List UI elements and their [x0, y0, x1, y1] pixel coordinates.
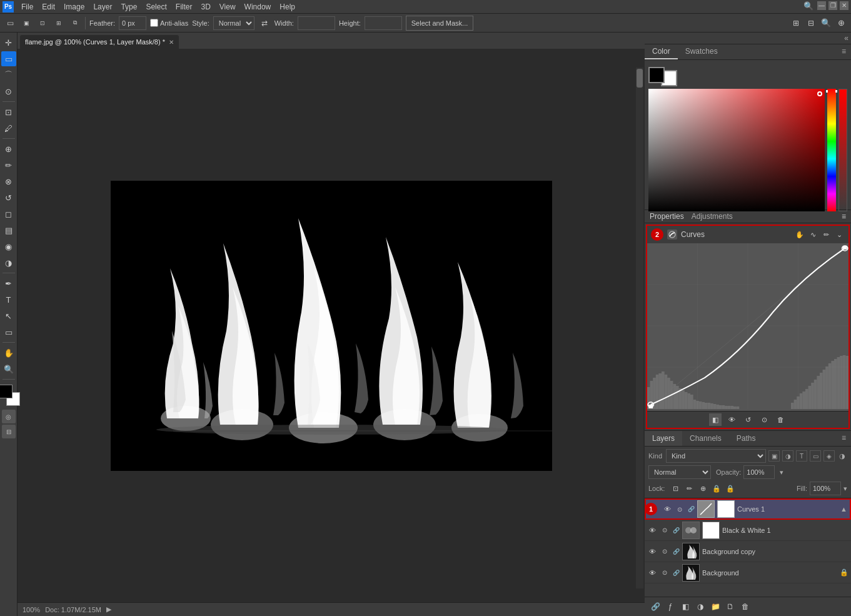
healing-brush-tool[interactable]: ⊕	[1, 141, 16, 156]
color-panel-collapse[interactable]: ≡	[837, 44, 851, 59]
width-height-swap-icon[interactable]: ⇄	[258, 17, 271, 29]
search-panel-icon[interactable]: 🔍	[820, 17, 832, 29]
lock-image-btn[interactable]: ✏	[683, 483, 695, 494]
kind-select[interactable]: Kind	[666, 449, 766, 463]
curves-bezier-tool[interactable]: ⌄	[833, 229, 845, 240]
curves-graph[interactable]: ◧ 👁 ↺ ⊙ 🗑	[647, 243, 848, 428]
window-restore-icon[interactable]: ❐	[828, 1, 837, 10]
panel-layout-icon[interactable]: ⊞	[790, 17, 802, 29]
layer-expand-curves1[interactable]: ▲	[840, 505, 847, 513]
layers-panel-menu[interactable]: ≡	[837, 431, 851, 446]
menu-type[interactable]: Type	[117, 1, 141, 13]
marquee-options-4[interactable]: ⧉	[69, 17, 81, 29]
lock-transparent-btn[interactable]: ⊡	[670, 483, 681, 494]
menu-filter[interactable]: Filter	[172, 1, 196, 13]
filter-adjustment-icon[interactable]: ◑	[782, 450, 793, 462]
lock-all-btn[interactable]: 🔒	[725, 483, 736, 494]
marquee-options-1[interactable]: ▣	[20, 17, 33, 29]
pen-tool[interactable]: ✒	[1, 276, 16, 291]
select-and-mask-button[interactable]: Select and Mask...	[406, 16, 474, 31]
color-gradient-picker[interactable]	[648, 89, 825, 211]
curves-pencil-tool[interactable]: ✏	[820, 229, 832, 240]
menu-view[interactable]: View	[216, 1, 239, 13]
layer-chain-bgcopy[interactable]: 🔗	[672, 548, 680, 555]
width-input[interactable]	[298, 16, 335, 30]
workspaces-icon[interactable]: ⊟	[805, 17, 817, 29]
document-tab[interactable]: flame.jpg @ 100% (Curves 1, Layer Mask/8…	[20, 35, 179, 49]
height-input[interactable]	[365, 16, 402, 30]
foreground-color-swatch[interactable]	[648, 67, 665, 83]
tab-swatches[interactable]: Swatches	[678, 44, 725, 59]
layer-chain-curves1[interactable]: 🔗	[687, 505, 695, 513]
curves-toggle-btn[interactable]: ⊙	[758, 413, 770, 426]
curves-clip-shadows-btn[interactable]: ◧	[709, 413, 722, 426]
curves-toggle-visibility-btn[interactable]: 👁	[725, 413, 738, 426]
curves-hand-tool[interactable]: ✋	[794, 229, 805, 240]
blend-mode-select[interactable]: Normal	[648, 465, 711, 479]
curves-delete-btn[interactable]: 🗑	[774, 413, 787, 426]
dodge-tool[interactable]: ◑	[1, 255, 16, 270]
blur-tool[interactable]: ◉	[1, 239, 16, 254]
crop-tool[interactable]: ⊡	[1, 104, 16, 119]
eraser-tool[interactable]: ◻	[1, 206, 16, 221]
feather-input[interactable]	[119, 16, 146, 30]
filter-toggle[interactable]: ◑	[837, 451, 847, 461]
opacity-value[interactable]: 100%	[743, 465, 775, 479]
tab-layers[interactable]: Layers	[645, 431, 682, 446]
layer-visibility-bgcopy[interactable]: 👁	[647, 547, 657, 557]
marquee-tool[interactable]: ▭	[1, 51, 16, 66]
layer-chain-bw1[interactable]: 🔗	[672, 527, 680, 534]
tab-close-button[interactable]: ✕	[169, 39, 174, 46]
tab-paths[interactable]: Paths	[729, 431, 763, 446]
menu-image[interactable]: Image	[60, 1, 88, 13]
arrow-icon[interactable]: ▶	[106, 605, 111, 613]
layer-item-bg-copy[interactable]: 👁 ⊙ 🔗 Background copy	[645, 541, 851, 562]
fill-value[interactable]: 100%	[810, 482, 841, 495]
delete-layer-btn[interactable]: 🗑	[738, 600, 752, 613]
marquee-options-3[interactable]: ⊞	[53, 17, 65, 29]
layer-item-bw1[interactable]: 👁 ⊙ 🔗 Black & White 1	[645, 520, 851, 541]
canvas-container[interactable]	[18, 49, 645, 602]
layer-visibility-bg[interactable]: 👁	[647, 568, 657, 578]
menu-help[interactable]: Help	[276, 1, 299, 13]
quick-mask-btn[interactable]: ◎	[2, 410, 16, 423]
new-fill-adjustment-btn[interactable]: ◑	[693, 600, 707, 613]
lasso-tool[interactable]: ⌒	[1, 68, 16, 83]
screen-mode-btn[interactable]: ⊟	[2, 425, 16, 438]
stamp-tool[interactable]: ⊗	[1, 174, 16, 189]
zoom-tool[interactable]: 🔍	[1, 361, 16, 376]
properties-tab[interactable]: Properties	[650, 212, 684, 221]
tab-color[interactable]: Color	[645, 44, 678, 59]
filter-text-icon[interactable]: T	[796, 450, 807, 462]
eyedropper-tool[interactable]: 🖊	[1, 121, 16, 136]
layer-visibility-curves1[interactable]: 👁	[662, 504, 672, 514]
add-style-btn[interactable]: ƒ	[663, 600, 677, 613]
marquee-rect-icon[interactable]: ▭	[4, 17, 16, 29]
layer-chain-bg[interactable]: 🔗	[672, 569, 680, 577]
opacity-chevron[interactable]: ▾	[780, 468, 783, 477]
layer-item-bg[interactable]: 👁 ⊙ 🔗 Background 🔒	[645, 562, 851, 583]
hand-tool[interactable]: ✋	[1, 345, 16, 360]
lock-artboard-btn[interactable]: 🔒	[711, 483, 722, 494]
color-spectrum-bar[interactable]	[827, 89, 836, 211]
menu-3d[interactable]: 3D	[197, 1, 214, 13]
filter-shape-icon[interactable]: ▭	[810, 450, 821, 462]
color-alpha-bar[interactable]	[838, 89, 847, 211]
style-select[interactable]: Normal	[213, 16, 254, 30]
search-icon[interactable]: 🔍	[803, 1, 815, 13]
path-selection-tool[interactable]: ↖	[1, 308, 16, 323]
window-close-icon[interactable]: ✕	[840, 1, 848, 10]
layer-options-curves1[interactable]: ⊙	[675, 504, 685, 514]
curves-reset-btn[interactable]: ↺	[742, 413, 754, 426]
filter-pixel-icon[interactable]: ▣	[768, 450, 780, 462]
gradient-tool[interactable]: ▤	[1, 223, 16, 238]
vertical-scrollbar[interactable]	[636, 68, 643, 588]
panel-collapse-icon[interactable]: «	[844, 34, 848, 43]
shape-tool[interactable]: ▭	[1, 325, 16, 340]
menu-window[interactable]: Window	[241, 1, 275, 13]
add-mask-btn[interactable]: ◧	[678, 600, 692, 613]
tab-channels[interactable]: Channels	[682, 431, 729, 446]
lock-position-btn[interactable]: ⊕	[697, 483, 708, 494]
move-tool[interactable]: ✛	[1, 35, 16, 50]
layer-item-curves1[interactable]: 1 👁 ⊙ 🔗 Curves 1 ▲	[645, 498, 851, 520]
